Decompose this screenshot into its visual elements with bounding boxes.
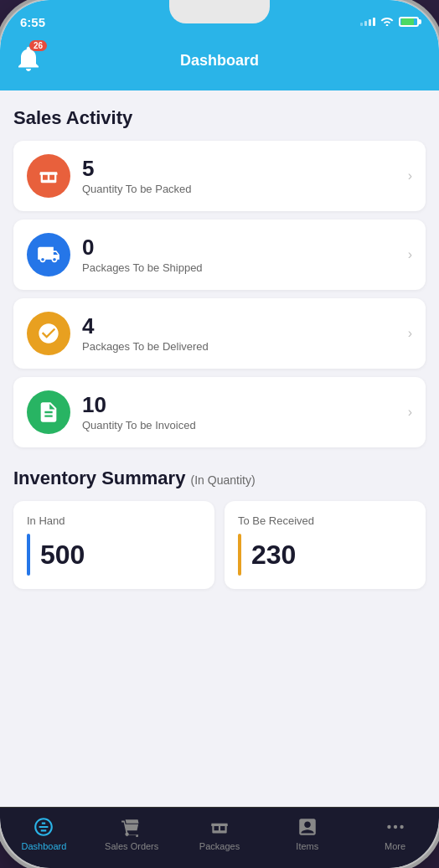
shipped-card[interactable]: 0 Packages To be Shipped › <box>13 220 426 290</box>
invoiced-number: 10 <box>82 393 401 417</box>
svg-point-2 <box>393 825 396 829</box>
more-tab-icon <box>385 816 406 838</box>
packages-tab-label: Packages <box>199 841 240 851</box>
sales-orders-tab-label: Sales Orders <box>105 841 158 851</box>
items-tab-label: Items <box>296 841 318 851</box>
inventory-title: Inventory Summary (In Quantity) <box>13 468 426 489</box>
invoiced-icon <box>27 390 70 434</box>
notification-badge: 26 <box>29 40 47 51</box>
dashboard-tab-label: Dashboard <box>21 841 66 851</box>
packed-card[interactable]: 5 Quantity To be Packed › <box>13 141 426 211</box>
in-hand-label: In Hand <box>27 514 201 527</box>
tab-packages[interactable]: Packages <box>176 816 264 851</box>
in-hand-inner: 500 <box>27 534 201 576</box>
packed-number: 5 <box>82 157 401 181</box>
delivered-icon <box>27 312 70 355</box>
status-time: 6:55 <box>20 15 45 29</box>
battery-icon <box>399 17 419 27</box>
to-be-received-label: To Be Received <box>238 514 412 527</box>
in-hand-card[interactable]: In Hand 500 <box>13 501 214 589</box>
tab-bar: Dashboard Sales Orders Packages <box>0 807 439 868</box>
header-title: Dashboard <box>44 52 395 70</box>
invoiced-text: 10 Quantity To be Invoiced <box>82 393 401 431</box>
delivered-number: 4 <box>82 314 401 338</box>
tab-dashboard[interactable]: Dashboard <box>0 816 88 851</box>
shipped-text: 0 Packages To be Shipped <box>82 235 401 274</box>
delivered-chevron: › <box>408 326 412 341</box>
status-icons <box>360 15 419 28</box>
tab-more[interactable]: More <box>351 816 439 851</box>
header: 26 Dashboard <box>0 37 439 90</box>
shipped-label: Packages To be Shipped <box>82 261 401 274</box>
shipped-number: 0 <box>82 235 401 260</box>
to-be-received-divider <box>238 534 241 576</box>
inventory-subtitle: (In Quantity) <box>191 473 256 487</box>
to-be-received-value: 230 <box>251 540 296 571</box>
packed-chevron: › <box>408 168 412 183</box>
svg-point-0 <box>386 24 389 26</box>
svg-point-1 <box>387 825 390 829</box>
sales-activity-title: Sales Activity <box>13 107 426 129</box>
main-content: Sales Activity 5 Quantity To be Packed › <box>0 90 439 807</box>
shipped-chevron: › <box>408 247 412 262</box>
packed-icon <box>27 154 70 198</box>
delivered-text: 4 Packages To be Delivered <box>82 314 401 353</box>
invoiced-card[interactable]: 10 Quantity To be Invoiced › <box>13 377 426 447</box>
sales-orders-tab-icon <box>121 816 142 838</box>
items-tab-icon <box>297 816 318 838</box>
wifi-icon <box>380 15 394 28</box>
invoiced-label: Quantity To be Invoiced <box>82 419 401 431</box>
invoiced-chevron: › <box>408 405 412 420</box>
delivered-card[interactable]: 4 Packages To be Delivered › <box>13 298 426 369</box>
in-hand-value: 500 <box>40 540 85 571</box>
shipped-icon <box>27 233 70 276</box>
packed-text: 5 Quantity To be Packed <box>82 157 401 195</box>
packages-tab-icon <box>209 816 230 838</box>
dashboard-tab-icon <box>33 816 54 838</box>
svg-point-3 <box>400 825 403 829</box>
inventory-row: In Hand 500 To Be Received 230 <box>13 501 426 589</box>
to-be-received-card[interactable]: To Be Received 230 <box>225 501 426 589</box>
notification-button[interactable]: 26 <box>13 44 44 77</box>
packed-label: Quantity To be Packed <box>82 183 401 195</box>
more-tab-label: More <box>385 841 405 851</box>
inventory-section: Inventory Summary (In Quantity) In Hand … <box>13 468 426 589</box>
in-hand-divider <box>27 534 30 576</box>
signal-icon <box>360 18 375 26</box>
to-be-received-inner: 230 <box>238 534 412 576</box>
tab-sales-orders[interactable]: Sales Orders <box>88 816 176 851</box>
delivered-label: Packages To be Delivered <box>82 340 401 353</box>
tab-items[interactable]: Items <box>263 816 351 851</box>
